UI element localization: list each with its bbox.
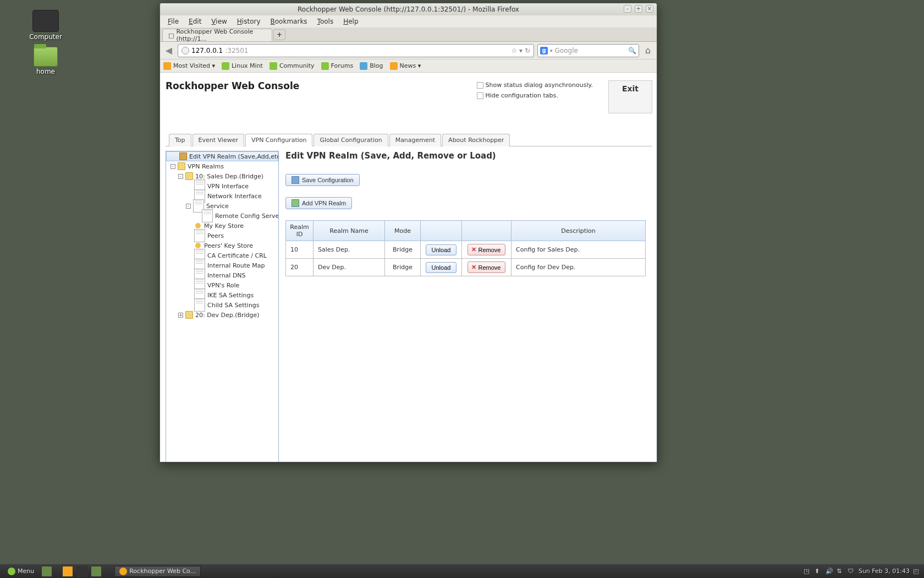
remove-x-icon: ✕ — [471, 264, 476, 271]
desktop-icon-computer[interactable]: Computer — [21, 10, 70, 41]
search-placeholder: Google — [555, 47, 578, 54]
col-mode: Mode — [385, 221, 421, 241]
tree-item[interactable]: -10: Sales Dep.(Bridge) — [166, 171, 278, 181]
tree-item[interactable]: Peers — [166, 231, 278, 241]
google-icon[interactable]: g — [540, 47, 548, 54]
maximize-button[interactable]: + — [635, 5, 642, 13]
tree-item[interactable]: Remote Config Server — [166, 211, 278, 221]
menu-history[interactable]: History — [233, 17, 265, 26]
menu-view[interactable]: View — [207, 17, 231, 26]
url-bar[interactable]: 127.0.0.1:32501 ☆ ▾ ↻ — [178, 44, 534, 57]
menu-tools[interactable]: Tools — [313, 17, 338, 26]
table-row: 20Dev Dep.BridgeUnload✕RemoveConfig for … — [286, 259, 646, 276]
tab-management[interactable]: Management — [389, 134, 441, 146]
launcher-terminal[interactable] — [76, 566, 87, 577]
col-realm-id: Realm ID — [286, 221, 314, 241]
new-tab-button[interactable]: + — [273, 29, 285, 40]
firefox-icon — [119, 568, 127, 575]
tray-shield-icon[interactable]: 🛡 — [848, 568, 855, 575]
tree-item[interactable]: VPN's Role — [166, 280, 278, 290]
url-dropdown-icon[interactable]: ▾ — [519, 47, 522, 54]
tab-event-viewer[interactable]: Event Viewer — [193, 134, 244, 146]
tree-item[interactable]: Edit VPN Realm (Save,Add,etc.) — [166, 151, 278, 161]
computer-icon — [32, 10, 59, 32]
tree-item-label: Network Interface — [207, 193, 262, 200]
tree-item[interactable]: IKE SA Settings — [166, 290, 278, 300]
bookmark-forums[interactable]: Forums — [321, 62, 354, 70]
section-heading: Edit VPN Realm (Save, Add, Remove or Loa… — [285, 151, 652, 161]
close-button[interactable]: × — [646, 5, 653, 13]
tree-item[interactable]: Internal Route Map — [166, 260, 278, 270]
tree-expander-icon[interactable]: - — [178, 174, 183, 179]
tree-item-label: CA Certificate / CRL — [207, 252, 267, 259]
folder-open-icon — [178, 162, 185, 170]
tree-item[interactable]: My Key Store — [166, 221, 278, 231]
remove-button[interactable]: ✕Remove — [468, 261, 506, 273]
show-desktop-button[interactable] — [41, 566, 52, 577]
bookmark-linuxmint[interactable]: Linux Mint — [222, 62, 263, 70]
browser-tab[interactable]: □ Rockhopper Web Console (http://1... — [162, 29, 272, 41]
bookmark-mostvisited[interactable]: Most Visited ▾ — [163, 62, 215, 70]
tree-expander-icon[interactable]: - — [186, 204, 191, 209]
bookmark-news[interactable]: News ▾ — [390, 62, 421, 70]
tree-item[interactable]: Network Interface — [166, 191, 278, 201]
save-icon — [292, 176, 299, 184]
tree-item[interactable]: VPN Interface — [166, 181, 278, 191]
checkbox-hide-tabs[interactable]: Hide configuration tabs. — [477, 92, 593, 99]
tray-volume-icon[interactable]: 🔊 — [826, 568, 833, 575]
back-button[interactable]: ◀ — [163, 45, 174, 56]
search-dropdown-icon[interactable]: ▾ — [550, 48, 553, 53]
bookmark-blog[interactable]: Blog — [360, 62, 383, 70]
menu-edit[interactable]: Edit — [184, 17, 206, 26]
search-bar[interactable]: g ▾ Google 🔍 — [537, 44, 639, 57]
bookmarks-toolbar: Most Visited ▾ Linux Mint Community Foru… — [160, 59, 657, 73]
mint-icon — [270, 62, 277, 70]
menu-file[interactable]: File — [163, 17, 183, 26]
tree-item[interactable]: Peers' Key Store — [166, 241, 278, 250]
exit-button[interactable]: Exit — [608, 80, 652, 113]
window-titlebar[interactable]: Rockhopper Web Console (http://127.0.0.1… — [160, 3, 657, 15]
launcher-firefox[interactable] — [62, 566, 73, 577]
tree-item[interactable]: -VPN Realms — [166, 161, 278, 171]
desktop-icon-home[interactable]: home — [21, 47, 70, 75]
bookmark-community[interactable]: Community — [270, 62, 315, 70]
tray-show-desktop-icon[interactable]: ◰ — [913, 568, 921, 575]
tab-about[interactable]: About Rockhopper — [442, 134, 510, 146]
remove-button[interactable]: ✕Remove — [468, 244, 506, 255]
menu-bookmarks[interactable]: Bookmarks — [266, 17, 312, 26]
checkbox-icon — [477, 92, 483, 99]
tray-network-icon[interactable]: ⇅ — [837, 568, 844, 575]
start-menu-button[interactable]: Menu — [3, 566, 38, 576]
tab-top[interactable]: Top — [169, 134, 191, 146]
tray-workspace-icon[interactable]: ◳ — [804, 568, 811, 575]
save-configuration-button[interactable]: Save Configuration — [285, 174, 360, 186]
minimize-button[interactable]: – — [624, 5, 631, 13]
unload-button[interactable]: Unload — [426, 244, 457, 255]
firefox-window: Rockhopper Web Console (http://127.0.0.1… — [160, 3, 657, 462]
launcher-files[interactable] — [91, 566, 102, 577]
tree-expander-icon[interactable]: - — [170, 164, 175, 169]
page-content: Rockhopper Web Console Show status dialo… — [160, 73, 657, 462]
checkbox-async-status[interactable]: Show status dialog asynchronously. — [477, 81, 593, 89]
add-vpn-realm-button[interactable]: Add VPN Realm — [285, 197, 352, 209]
reload-icon[interactable]: ↻ — [525, 47, 530, 54]
tray-updates-icon[interactable]: ⬆ — [815, 568, 822, 575]
tree-item[interactable]: CA Certificate / CRL — [166, 250, 278, 260]
home-button[interactable]: ⌂ — [642, 45, 653, 56]
tree-item[interactable]: +20: Dev Dep.(Bridge) — [166, 310, 278, 320]
tab-vpn-configuration[interactable]: VPN Configuration — [245, 134, 312, 146]
search-go-icon[interactable]: 🔍 — [628, 47, 636, 54]
cell-realm-id: 10 — [286, 241, 314, 259]
site-identity-icon[interactable] — [182, 47, 189, 54]
page-icon — [194, 229, 205, 242]
tree-item[interactable]: Child SA Settings — [166, 300, 278, 310]
taskbar-task-firefox[interactable]: Rockhopper Web Co... — [114, 566, 201, 577]
tree-item[interactable]: Internal DNS — [166, 270, 278, 280]
tree-expander-icon[interactable]: + — [178, 313, 183, 318]
tree-item[interactable]: -Service — [166, 201, 278, 211]
bookmark-star-icon[interactable]: ☆ — [511, 47, 517, 54]
menu-help[interactable]: Help — [339, 17, 362, 26]
clock[interactable]: Sun Feb 3, 01:43 — [859, 568, 910, 575]
tab-global-configuration[interactable]: Global Configuration — [314, 134, 388, 146]
unload-button[interactable]: Unload — [426, 262, 457, 273]
